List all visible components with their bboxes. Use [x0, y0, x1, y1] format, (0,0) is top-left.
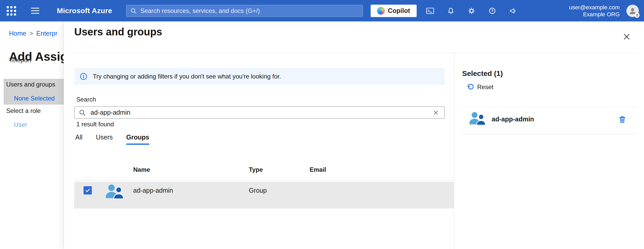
selected-group-icon	[468, 111, 485, 127]
table-header-divider	[74, 181, 454, 181]
reset-label: Reset	[477, 83, 493, 91]
search-icon	[79, 109, 86, 116]
brand-title[interactable]: Microsoft Azure	[57, 7, 112, 15]
group-icon	[105, 183, 123, 201]
search-label: Search	[76, 96, 96, 103]
account-info[interactable]: user@example.com Example ORG	[569, 4, 620, 18]
info-banner: Try changing or adding filters if you do…	[74, 68, 445, 85]
menu-hamburger-icon[interactable]	[28, 4, 42, 18]
gear-icon	[468, 7, 475, 14]
waffle-grid-icon	[7, 6, 16, 15]
result-count: 1 result found	[76, 121, 114, 128]
account-email: user@example.com	[569, 4, 620, 11]
row-name-cell: ad-app-admin	[133, 187, 173, 194]
column-header-email: Email	[310, 166, 326, 173]
feedback-megaphone-icon[interactable]	[506, 4, 520, 18]
panel-vertical-divider	[454, 53, 454, 249]
selected-divider-bottom	[462, 134, 635, 134]
breadcrumb-separator: >	[29, 30, 33, 37]
copilot-button[interactable]: Copilot	[371, 5, 417, 17]
row-checkbox[interactable]	[84, 186, 92, 194]
selected-divider-top	[462, 107, 635, 107]
avatar[interactable]	[626, 5, 639, 17]
breadcrumb: Home>Enterpr	[9, 30, 57, 37]
megaphone-icon	[509, 7, 516, 14]
page-subtitle: Teleport	[9, 57, 31, 64]
panel-search-box[interactable]	[74, 106, 445, 119]
clear-x-icon	[433, 110, 439, 116]
cloud-shell-icon[interactable]	[423, 4, 437, 18]
copilot-label: Copilot	[388, 7, 410, 14]
svg-text:?: ?	[491, 9, 493, 13]
copilot-icon	[377, 7, 385, 15]
undo-reset-icon	[466, 83, 474, 91]
global-search[interactable]	[126, 5, 363, 17]
account-org: Example ORG	[569, 11, 620, 18]
column-header-name: Name	[133, 166, 150, 173]
tab-all[interactable]: All	[75, 134, 83, 145]
remove-selected-button[interactable]	[617, 114, 627, 125]
breadcrumb-enterprise-link[interactable]: Enterpr	[36, 30, 57, 37]
app-launcher-icon[interactable]	[4, 4, 19, 18]
panel-title: Users and groups	[74, 26, 162, 38]
panel-search-input[interactable]	[90, 108, 431, 116]
users-groups-none-selected-link[interactable]: None Selected	[14, 95, 55, 102]
help-icon[interactable]: ?	[485, 4, 499, 18]
row-type-cell: Group	[249, 187, 267, 194]
trash-icon	[618, 115, 626, 124]
global-search-input[interactable]	[140, 7, 359, 15]
bell-icon	[447, 7, 454, 14]
search-icon	[130, 7, 137, 14]
tab-users[interactable]: Users	[96, 134, 113, 145]
users-and-groups-panel: Users and groups Try changing or adding …	[64, 21, 644, 249]
select-role-label: Select a role	[6, 107, 41, 114]
column-header-type: Type	[249, 166, 263, 173]
lock-icon	[634, 13, 640, 18]
filter-tabs: All Users Groups	[75, 134, 149, 145]
reset-button[interactable]: Reset	[466, 83, 493, 91]
checkmark-icon	[85, 187, 91, 193]
breadcrumb-home-link[interactable]: Home	[9, 30, 26, 37]
hamburger-bars-icon	[31, 8, 39, 14]
info-icon	[80, 73, 87, 80]
question-icon: ?	[489, 7, 496, 14]
tab-groups[interactable]: Groups	[126, 134, 149, 145]
selected-item-name: ad-app-admin	[492, 115, 534, 123]
info-banner-text: Try changing or adding filters if you do…	[93, 73, 281, 80]
close-panel-button[interactable]	[621, 31, 632, 42]
close-icon	[623, 33, 631, 41]
settings-gear-icon[interactable]	[464, 4, 479, 18]
table-row[interactable]	[74, 182, 454, 208]
clear-search-button[interactable]	[431, 108, 440, 117]
title-divider	[74, 53, 639, 53]
users-groups-label: Users and groups	[6, 81, 55, 88]
notifications-bell-icon[interactable]	[444, 4, 458, 18]
selected-count-title: Selected (1)	[462, 69, 503, 78]
azure-top-bar: Microsoft Azure Copilot	[0, 0, 644, 21]
role-user-link[interactable]: User	[14, 121, 27, 128]
terminal-icon	[426, 7, 434, 14]
